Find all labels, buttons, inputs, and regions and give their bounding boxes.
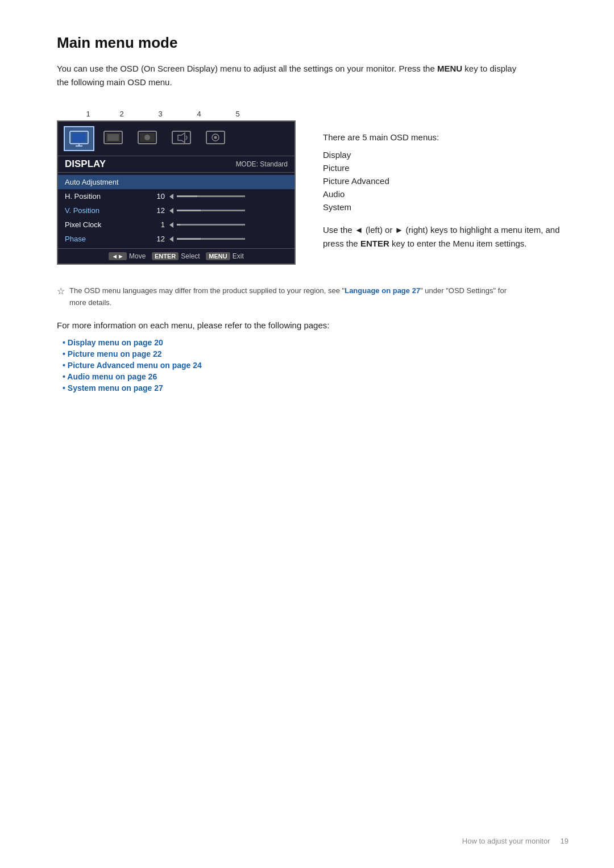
svg-rect-11 [172,131,190,144]
osd-label-h-pos: H. Position [65,192,144,201]
osd-icon-system [200,126,231,151]
slider-triangle-v [169,208,173,214]
osd-icon-picture-advanced [132,126,163,151]
osd-item-v-position: V. Position 12 [58,203,294,218]
osd-value-v-pos: 12 [144,206,165,215]
svg-point-10 [144,135,150,140]
osd-action-select: Select [181,252,204,260]
slider-fill-v [177,210,201,211]
page-links-list: Display menu on page 20 Picture menu on … [57,338,569,393]
link-audio-anchor[interactable]: Audio menu on page 26 [67,372,157,381]
intro-bold-menu: MENU [437,64,462,73]
osd-footer: ◄► Move ENTER Select MENU Exit [58,248,294,264]
slider-triangle-pixel [169,222,173,228]
osd-title: DISPLAY [65,158,106,170]
osd-label-auto: Auto Adjustment [65,178,144,186]
slider-bar-v [177,210,245,211]
osd-icon-audio [166,126,197,151]
link-display-menu[interactable]: Display menu on page 20 [63,338,569,347]
slider-triangle-phase [169,236,173,242]
page-number: 19 [561,837,569,845]
osd-btn-menu: MENU [206,252,230,260]
osd-value-pixel: 1 [144,220,165,229]
language-link[interactable]: Language on page 27 [345,286,420,295]
osd-btn-enter: ENTER [152,252,179,260]
svg-marker-12 [178,133,185,143]
osd-icon-picture [98,126,128,151]
link-picture-menu[interactable]: Picture menu on page 22 [63,349,569,358]
link-picture-advanced-menu[interactable]: Picture Advanced menu on page 24 [63,361,569,370]
svg-rect-7 [107,134,119,141]
right-panel: There are 5 main OSD menus: Display Pict… [323,110,569,258]
osd-num-4: 4 [180,110,218,118]
link-display-menu-anchor[interactable]: Display menu on page 20 [68,338,163,347]
osd-value-phase: 12 [144,235,165,243]
intro-text-before: You can use the OSD (On Screen Display) … [57,64,437,73]
link-audio-menu[interactable]: Audio menu on page 26 [63,372,569,381]
slider-fill-phase [177,238,201,240]
osd-icons-row [58,122,294,156]
main-content-area: 1 2 3 4 5 [57,110,569,265]
osd-mode: MODE: Standard [236,160,288,168]
menu-item-audio: Audio [323,189,569,199]
svg-rect-1 [72,133,86,142]
link-system-anchor[interactable]: System menu on page 27 [68,383,163,393]
slider-triangle-h [169,194,173,199]
slider-bar-phase [177,238,245,240]
osd-menu-items: Auto Adjustment H. Position 10 V. Positi [58,173,294,248]
note-text: The OSD menu languages may differ from t… [69,285,523,309]
menu-item-picture: Picture [323,163,569,173]
slider-bar-h [177,195,245,197]
use-keys-paragraph: Use the ◄ (left) or ► (right) keys to hi… [323,223,569,251]
osd-header: DISPLAY MODE: Standard [58,156,294,173]
menu-item-display: Display [323,150,569,160]
osd-item-h-position: H. Position 10 [58,189,294,203]
osd-label-phase: Phase [65,235,144,243]
menu-item-picture-advanced: Picture Advanced [323,176,569,186]
osd-value-h-pos: 10 [144,192,165,201]
link-picture-menu-anchor[interactable]: Picture menu on page 22 [68,349,162,358]
further-intro: For more information on each menu, pleas… [57,320,523,330]
slider-fill-h [177,195,197,197]
osd-item-phase: Phase 12 [58,232,294,246]
osd-menu-list: Display Picture Picture Advanced Audio S… [323,150,569,212]
osd-numbers-row: 1 2 3 4 5 [57,110,296,118]
page-footer: How to adjust your monitor 19 [462,837,569,845]
link-system-menu[interactable]: System menu on page 27 [63,383,569,393]
osd-slider-phase [169,236,245,242]
intro-paragraph: You can use the OSD (On Screen Display) … [57,62,523,89]
note-section: ☆ The OSD menu languages may differ from… [57,285,523,309]
page-title: Main menu mode [57,34,569,52]
osd-slider-v-pos [169,208,245,214]
slider-fill-pixel [177,224,180,226]
osd-action-exit: Exit [233,252,244,260]
note-icon: ☆ [57,286,65,297]
slider-bar-pixel [177,224,245,226]
osd-slider-h-pos [169,194,245,199]
osd-num-2: 2 [102,110,141,118]
link-picture-advanced-anchor[interactable]: Picture Advanced menu on page 24 [68,361,202,370]
osd-item-auto-adjustment: Auto Adjustment [58,175,294,189]
osd-num-5: 5 [218,110,257,118]
osd-btn-move-arrows: ◄► [109,252,127,260]
osd-slider-pixel [169,222,245,228]
osd-label-pixel: Pixel Clock [65,220,144,229]
menu-item-system: System [323,202,569,212]
osd-label-v-pos: V. Position [65,206,144,215]
osd-box: DISPLAY MODE: Standard Auto Adjustment H… [57,120,296,265]
osd-action-move: Move [129,252,150,260]
footer-text: How to adjust your monitor [462,837,550,845]
osd-menu-container: 1 2 3 4 5 [57,110,296,265]
osd-num-1: 1 [74,110,102,118]
osd-item-pixel-clock: Pixel Clock 1 [58,218,294,232]
osd-num-3: 3 [141,110,180,118]
svg-point-15 [214,136,217,139]
osd-menus-intro: There are 5 main OSD menus: [323,132,569,142]
osd-icon-display [64,126,94,151]
